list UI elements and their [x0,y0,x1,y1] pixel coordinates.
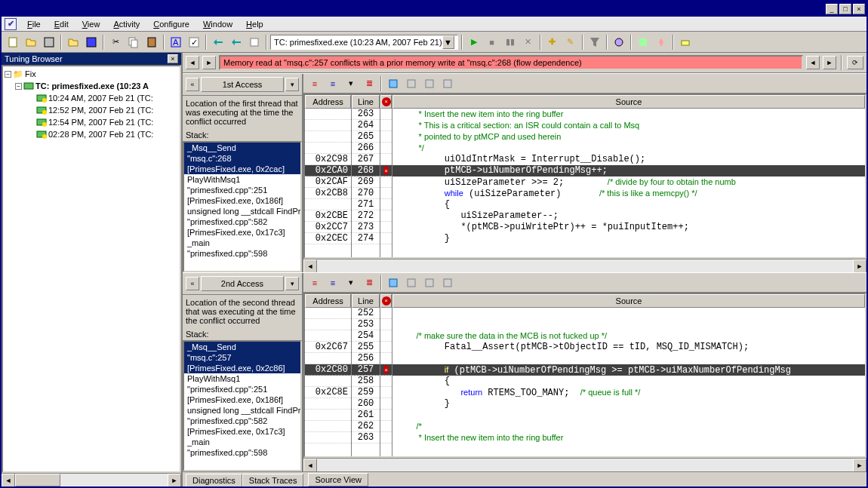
menu-activity[interactable]: Activity [107,18,146,30]
align-opt-icon[interactable]: ▾ [343,275,359,291]
refresh-icon[interactable]: ⟳ [847,56,863,69]
align-opt-icon[interactable]: ▾ [343,75,359,92]
run2-icon[interactable] [228,34,245,51]
bp-cell[interactable]: × [380,364,392,376]
stack-item[interactable]: "primesfixed.cpp":598 [184,248,300,259]
stack-item[interactable]: "msq.c":268 [184,153,300,164]
bp-cell[interactable] [380,233,392,244]
dropdown-arrow-icon[interactable]: ▼ [442,35,454,49]
scroll-left-icon[interactable]: ◄ [303,459,317,471]
stack-item[interactable]: "primesfixed.cpp":582 [184,216,300,227]
tool4-icon[interactable] [677,34,694,51]
dropdown-icon[interactable]: ▾ [285,277,299,290]
edit-icon[interactable]: ✎ [562,34,579,51]
stack-item[interactable]: "primesfixed.cpp":582 [184,416,300,426]
align-center-icon[interactable]: ≡ [325,275,341,291]
stack-item[interactable]: "primesfixed.cpp":251 [184,185,300,195]
bookmark-icon[interactable] [385,75,402,92]
scroll-right-icon[interactable]: ► [168,474,181,486]
bp-cell[interactable] [380,176,392,188]
bp-header[interactable]: × [380,95,392,109]
add-icon[interactable]: ✚ [544,34,561,51]
bm1-icon[interactable] [403,75,420,92]
stack-item[interactable]: "primesfixed.cpp":251 [184,384,300,394]
src-header[interactable]: Source [392,95,865,109]
tree-run-item[interactable]: 12:54 PM, 2007 Feb 21 (TC: [5,116,178,128]
cut-icon[interactable]: ✂ [107,34,124,51]
play-icon[interactable]: ▶ [466,34,482,51]
pause-icon[interactable]: ▮▮ [502,34,519,51]
stack-item[interactable]: PlayWithMsq1 [184,174,300,185]
bp-cell[interactable] [380,308,392,319]
bp-cell[interactable] [380,398,392,410]
tree-root[interactable]: − 📁 Fix [5,68,178,80]
bp-cell[interactable] [380,421,392,432]
align-right-icon[interactable]: ≣ [361,275,377,291]
activity-icon[interactable]: A [168,34,184,51]
nav-right-icon[interactable]: ► [823,56,836,69]
line-header[interactable]: Line [352,95,380,109]
bp-cell[interactable] [380,120,392,131]
tree-tc[interactable]: − TC: primesfixed.exe (10:23 A [5,80,178,92]
collapse-icon[interactable]: « [186,78,199,91]
src-header[interactable]: Source [392,294,865,308]
tree-collapse-icon[interactable]: − [15,83,22,90]
bp-cell[interactable] [380,330,392,342]
align-center-icon[interactable]: ≡ [325,75,341,92]
bm2-icon[interactable] [421,275,438,291]
save2-icon[interactable] [83,34,100,51]
stack-item[interactable]: [PrimesFixed.exe, 0x17c3] [184,426,300,437]
menu-configure[interactable]: Configure [147,18,195,30]
tool1-icon[interactable] [611,34,627,51]
bp-cell[interactable] [380,387,392,398]
scroll-right-icon[interactable]: ► [853,259,866,272]
run3-icon[interactable] [246,34,263,51]
next-conflict-icon[interactable]: ► [202,56,216,69]
line-header[interactable]: Line [352,294,380,308]
access-selector[interactable]: 2nd Access [201,276,284,291]
addr-header[interactable]: Address [305,95,351,109]
bp-cell[interactable] [380,199,392,210]
nav-left-icon[interactable]: ◄ [806,56,820,69]
bp-cell[interactable] [380,109,392,120]
results-icon[interactable]: ✓ [186,34,202,51]
paste-icon[interactable] [143,34,160,51]
bp-cell[interactable] [380,210,392,222]
bp-cell[interactable] [380,376,392,387]
stack-item[interactable]: [PrimesFixed.exe, 0x17c3] [184,227,300,238]
stop-icon[interactable]: ■ [484,34,500,51]
scroll-left-icon[interactable]: ◄ [303,259,317,272]
stack-item[interactable]: _main [184,437,300,447]
stack-list[interactable]: _Msq__Send"msq.c":268[PrimesFixed.exe, 0… [183,141,302,272]
panel-close-icon[interactable]: × [168,54,178,63]
save-icon[interactable] [41,34,57,51]
folder-icon[interactable] [23,34,39,51]
scroll-right-icon[interactable]: ► [853,459,866,471]
stack-item[interactable]: [PrimesFixed.exe, 0x2cac] [184,164,300,174]
scroll-left-icon[interactable]: ◄ [2,474,15,486]
stack-list[interactable]: _Msq__Send"msq.c":257[PrimesFixed.exe, 0… [183,340,302,471]
stack-item[interactable]: [PrimesFixed.exe, 0x186f] [184,195,300,206]
align-left-icon[interactable]: ≡ [306,75,323,92]
menu-view[interactable]: View [76,18,106,30]
bp-cell[interactable] [380,432,392,443]
stack-item[interactable]: unsigned long __stdcall FindPr [184,405,300,416]
filter-icon[interactable] [586,34,603,51]
bp-cell[interactable] [380,319,392,330]
bm1-icon[interactable] [403,275,420,291]
stack-item[interactable]: _Msq__Send [184,342,300,352]
access-selector[interactable]: 1st Access [201,77,284,92]
copy-icon[interactable] [125,34,142,51]
stack-item[interactable]: [PrimesFixed.exe, 0x2c86] [184,363,300,373]
tree-run-item[interactable]: 12:52 PM, 2007 Feb 21 (TC: [5,104,178,116]
kill-icon[interactable]: ✕ [520,34,537,51]
tab-stack-traces[interactable]: Stack Traces [242,474,304,486]
bp-cell[interactable]: × [380,165,392,176]
tab-diagnostics[interactable]: Diagnostics [186,474,242,486]
collapse-icon[interactable]: « [186,277,199,290]
stack-item[interactable]: _Msq__Send [184,143,300,153]
stack-item[interactable]: unsigned long __stdcall FindPr [184,206,300,216]
tool3-icon[interactable] [653,34,669,51]
stack-item[interactable]: "primesfixed.cpp":598 [184,447,300,458]
bm3-icon[interactable] [439,75,456,92]
